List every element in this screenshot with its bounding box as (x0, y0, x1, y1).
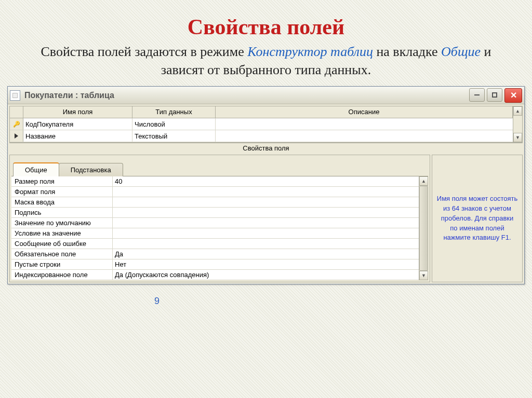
row-selector[interactable]: 🔑 (10, 118, 23, 130)
scroll-up-icon[interactable]: ▲ (513, 106, 522, 116)
row-selector[interactable] (10, 130, 23, 142)
scroll-thumb[interactable] (419, 186, 428, 271)
prop-label: Индексированное поле (11, 270, 113, 280)
prop-value[interactable] (113, 218, 428, 228)
cell-desc[interactable] (216, 118, 522, 130)
subtitle-part2: на вкладке (373, 44, 441, 59)
subtitle-em1: Конструктор таблиц (247, 44, 373, 59)
current-row-icon (15, 133, 18, 139)
window-controls: ✕ (469, 88, 524, 103)
table-row[interactable]: 🔑 КодПокупателя Числовой (10, 118, 522, 130)
fields-grid[interactable]: Имя поля Тип данных Описание 🔑 КодПокупа… (9, 106, 523, 143)
page-number: 9 (0, 284, 532, 307)
property-row[interactable]: Значение по умолчанию (11, 218, 428, 228)
prop-value[interactable] (113, 197, 428, 207)
prop-label: Сообщение об ошибке (11, 239, 113, 249)
properties-tabs-panel: Общие Подстановка Размер поля 40 Формат … (9, 155, 430, 282)
page-subtitle: Свойства полей задаются в режиме Констру… (0, 43, 532, 86)
window-title: Покупатели : таблица (24, 91, 469, 100)
tab-general[interactable]: Общие (13, 162, 59, 176)
subtitle-part1: Свойства полей задаются в режиме (41, 44, 247, 59)
scroll-down-icon[interactable]: ▼ (419, 271, 428, 280)
property-row[interactable]: Подпись (11, 208, 428, 218)
properties-vscrollbar[interactable]: ▲ ▼ (419, 176, 428, 280)
titlebar[interactable]: Покупатели : таблица ✕ (8, 87, 524, 104)
access-window: Покупатели : таблица ✕ Имя поля Тип данн… (7, 86, 525, 284)
tab-lookup[interactable]: Подстановка (59, 163, 123, 176)
prop-value[interactable] (113, 239, 428, 249)
prop-label: Маска ввода (11, 197, 113, 207)
cell-name[interactable]: КодПокупателя (23, 118, 132, 130)
property-row[interactable]: Пустые строки Нет (11, 259, 428, 270)
page-title: Свойства полей (0, 0, 532, 43)
subtitle-em2: Общие (441, 44, 481, 59)
grid-vscrollbar[interactable]: ▲ ▼ (513, 106, 522, 142)
prop-value[interactable]: Да (Допускаются совпадения) (113, 270, 428, 280)
prop-value[interactable]: Да (113, 249, 428, 259)
table-row[interactable]: Название Текстовый (10, 130, 522, 142)
property-row[interactable]: Сообщение об ошибке (11, 239, 428, 249)
cell-type[interactable]: Числовой (132, 118, 216, 130)
maximize-button[interactable] (487, 88, 502, 102)
tabs: Общие Подстановка (10, 155, 430, 176)
prop-label: Условие на значение (11, 228, 113, 238)
properties-container: Общие Подстановка Размер поля 40 Формат … (9, 155, 523, 282)
prop-label: Подпись (11, 208, 113, 217)
prop-label: Размер поля (11, 176, 113, 186)
prop-value[interactable] (113, 187, 428, 197)
property-row[interactable]: Маска ввода (11, 197, 428, 208)
col-header-name[interactable]: Имя поля (23, 106, 132, 118)
property-row[interactable]: Индексированное поле Да (Допускаются сов… (11, 270, 428, 280)
key-icon: 🔑 (13, 121, 20, 128)
col-header-desc[interactable]: Описание (216, 106, 513, 118)
row-selector-header[interactable] (10, 106, 23, 118)
scroll-up-icon[interactable]: ▲ (419, 176, 428, 186)
close-button[interactable]: ✕ (504, 88, 522, 103)
minimize-button[interactable] (469, 88, 485, 102)
prop-label: Значение по умолчанию (11, 218, 113, 228)
scroll-down-icon[interactable]: ▼ (513, 133, 522, 142)
prop-value[interactable]: Нет (113, 259, 428, 269)
property-row[interactable]: Формат поля (11, 187, 428, 197)
prop-label: Обязательное поле (11, 249, 113, 259)
section-label: Свойства поля (9, 143, 523, 153)
hint-panel: Имя поля может состоять из 64 знаков с у… (432, 155, 523, 282)
prop-label: Формат поля (11, 187, 113, 197)
cell-type[interactable]: Текстовый (132, 130, 216, 142)
properties-grid[interactable]: Размер поля 40 Формат поля Маска ввода П… (11, 176, 428, 280)
prop-value[interactable]: 40 (113, 176, 428, 186)
hint-text: Имя поля может состоять из 64 знаков с у… (436, 194, 518, 243)
window-icon (10, 90, 20, 101)
cell-name[interactable]: Название (23, 130, 132, 142)
cell-desc[interactable] (216, 130, 522, 142)
grid-header: Имя поля Тип данных Описание (10, 106, 522, 118)
prop-label: Пустые строки (11, 259, 113, 269)
col-header-type[interactable]: Тип данных (132, 106, 216, 118)
property-row[interactable]: Условие на значение (11, 228, 428, 239)
property-row[interactable]: Размер поля 40 (11, 176, 428, 187)
prop-value[interactable] (113, 228, 428, 238)
property-row[interactable]: Обязательное поле Да (11, 249, 428, 259)
prop-value[interactable] (113, 208, 428, 217)
